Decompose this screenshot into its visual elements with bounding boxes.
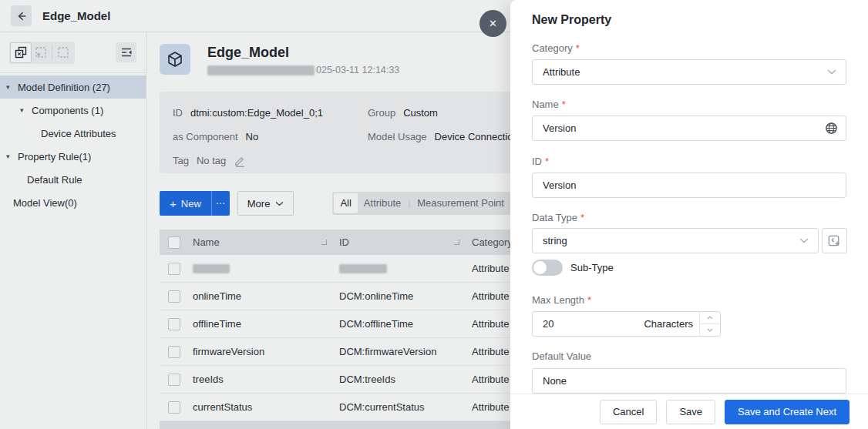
required-marker: *: [576, 42, 580, 54]
max-length-field: Characters: [532, 311, 721, 337]
category-select[interactable]: Attribute: [532, 59, 846, 85]
drawer-title: New Property: [532, 13, 611, 27]
category-field-label: Category*: [532, 42, 580, 54]
sub-type-toggle[interactable]: [532, 260, 563, 276]
data-type-field-label: Data Type*: [532, 212, 584, 223]
stepper-up-button[interactable]: [700, 312, 720, 323]
default-value-field-label: Default Value: [532, 350, 591, 362]
number-stepper: [699, 312, 720, 336]
chevron-up-icon: [707, 316, 713, 320]
name-input[interactable]: [533, 116, 820, 140]
close-icon: ✕: [489, 18, 497, 29]
required-marker: *: [545, 156, 549, 167]
id-input[interactable]: [533, 173, 846, 197]
required-marker: *: [587, 294, 591, 306]
cancel-button[interactable]: Cancel: [600, 400, 657, 424]
chevron-down-icon: [707, 328, 713, 332]
required-marker: *: [562, 99, 566, 110]
id-field: [532, 173, 846, 198]
bracket-plus-icon: [827, 233, 842, 248]
save-button[interactable]: Save: [666, 400, 715, 424]
chevron-down-icon: [827, 69, 836, 75]
globe-icon: [825, 122, 838, 135]
name-field-label: Name*: [532, 99, 566, 110]
id-field-label: ID*: [532, 156, 549, 167]
name-field: [532, 116, 846, 141]
max-length-field-label: Max Length*: [532, 294, 591, 306]
app: Edge_Model: [0, 0, 868, 429]
category-select-value: Attribute: [533, 66, 580, 78]
drawer-footer: Cancel Save Save and Create Next: [510, 394, 868, 429]
default-value-input[interactable]: [533, 369, 846, 393]
save-and-create-next-button[interactable]: Save and Create Next: [725, 400, 849, 424]
stepper-down-button[interactable]: [700, 323, 720, 336]
i18n-globe-button[interactable]: [825, 122, 838, 135]
drawer-close-button[interactable]: ✕: [479, 10, 506, 37]
data-type-select[interactable]: string: [532, 228, 819, 253]
data-type-select-value: string: [533, 235, 567, 246]
default-value-field: [532, 368, 846, 394]
sub-type-label: Sub-Type: [570, 262, 614, 273]
required-marker: *: [580, 212, 584, 223]
chevron-down-icon: [799, 238, 809, 243]
custom-type-button[interactable]: [822, 228, 847, 253]
max-length-unit: Characters: [644, 318, 699, 330]
max-length-input[interactable]: [533, 312, 612, 336]
drawer-mask: [0, 0, 524, 429]
new-property-drawer: New Property Category* Attribute Name* I…: [510, 0, 868, 429]
